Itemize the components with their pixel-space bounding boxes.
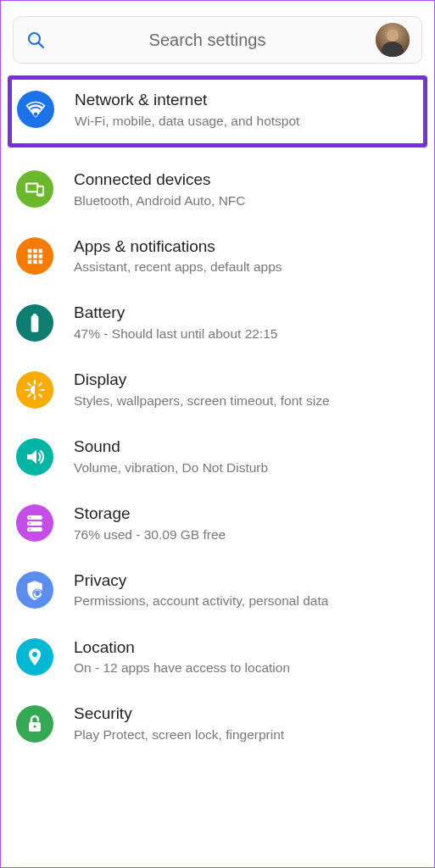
item-title: Sound xyxy=(74,437,419,458)
svg-line-1 xyxy=(39,43,44,48)
settings-item-connected-devices[interactable]: Connected devices Bluetooth, Android Aut… xyxy=(1,170,434,209)
svg-rect-11 xyxy=(33,254,37,259)
item-title: Network & internet xyxy=(75,90,416,111)
item-subtitle: Styles, wallpapers, screen timeout, font… xyxy=(74,392,419,409)
storage-icon xyxy=(16,504,53,542)
item-title: Location xyxy=(74,637,419,659)
svg-point-22 xyxy=(30,517,31,519)
svg-rect-4 xyxy=(27,185,36,192)
svg-rect-12 xyxy=(39,254,43,259)
settings-item-storage[interactable]: Storage 76% used - 30.09 GB free xyxy=(1,504,434,543)
settings-list: Connected devices Bluetooth, Android Aut… xyxy=(1,153,434,743)
settings-item-apps-notifications[interactable]: Apps & notifications Assistant, recent a… xyxy=(1,236,434,276)
svg-rect-14 xyxy=(33,260,37,264)
settings-item-sound[interactable]: Sound Volume, vibration, Do Not Disturb xyxy=(1,437,434,476)
item-subtitle: On - 12 apps have access to location xyxy=(74,659,419,676)
svg-point-24 xyxy=(30,529,31,531)
svg-point-23 xyxy=(30,523,31,525)
settings-item-security[interactable]: Security Play Protect, screen lock, fing… xyxy=(1,704,434,743)
privacy-icon xyxy=(16,571,53,609)
svg-point-2 xyxy=(34,113,38,117)
item-subtitle: Play Protect, screen lock, fingerprint xyxy=(74,726,419,743)
avatar[interactable] xyxy=(376,23,410,57)
item-title: Apps & notifications xyxy=(74,236,419,258)
item-subtitle: 47% - Should last until about 22:15 xyxy=(74,326,419,342)
wifi-icon xyxy=(17,91,54,128)
settings-item-network-internet[interactable]: Network & internet Wi-Fi, mobile, data u… xyxy=(12,80,423,143)
security-icon xyxy=(16,705,53,743)
svg-rect-6 xyxy=(38,187,42,194)
svg-point-27 xyxy=(32,652,37,657)
sound-icon xyxy=(16,438,53,476)
svg-rect-13 xyxy=(28,260,32,264)
item-title: Storage xyxy=(74,504,419,525)
svg-rect-9 xyxy=(39,249,43,253)
search-icon xyxy=(25,30,46,50)
svg-rect-16 xyxy=(31,315,39,332)
search-placeholder: Search settings xyxy=(61,31,354,50)
settings-item-display[interactable]: Display Styles, wallpapers, screen timeo… xyxy=(1,370,434,409)
svg-rect-7 xyxy=(28,249,32,253)
item-title: Privacy xyxy=(74,570,419,592)
item-subtitle: Assistant, recent apps, default apps xyxy=(74,259,419,275)
battery-icon xyxy=(16,304,53,342)
location-icon xyxy=(16,638,53,676)
item-title: Display xyxy=(74,370,419,391)
item-subtitle: Volume, vibration, Do Not Disturb xyxy=(74,459,419,476)
settings-item-privacy[interactable]: Privacy Permissions, account activity, p… xyxy=(1,570,434,610)
display-icon xyxy=(16,371,53,409)
item-subtitle: Wi-Fi, mobile, data usage, and hotspot xyxy=(75,113,416,130)
svg-rect-10 xyxy=(28,254,32,259)
apps-icon xyxy=(16,237,53,275)
item-title: Battery xyxy=(74,303,419,324)
item-title: Security xyxy=(74,704,419,725)
devices-icon xyxy=(16,170,53,208)
settings-item-location[interactable]: Location On - 12 apps have access to loc… xyxy=(1,637,434,677)
item-title: Connected devices xyxy=(74,170,419,191)
svg-rect-15 xyxy=(39,260,43,264)
highlight-frame: Network & internet Wi-Fi, mobile, data u… xyxy=(8,75,427,147)
svg-rect-17 xyxy=(33,314,36,316)
item-subtitle: 76% used - 30.09 GB free xyxy=(74,526,419,543)
svg-point-29 xyxy=(34,725,36,727)
svg-rect-8 xyxy=(33,249,37,253)
svg-point-26 xyxy=(36,592,40,596)
search-bar[interactable]: Search settings xyxy=(13,16,422,64)
item-subtitle: Bluetooth, Android Auto, NFC xyxy=(74,192,419,209)
item-subtitle: Permissions, account activity, personal … xyxy=(74,593,419,609)
settings-item-battery[interactable]: Battery 47% - Should last until about 22… xyxy=(1,303,434,342)
